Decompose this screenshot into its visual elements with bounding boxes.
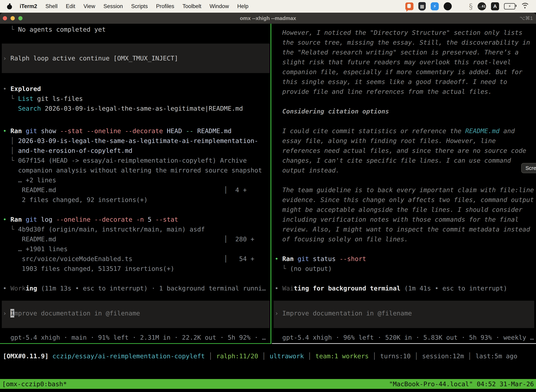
thinking-text: including verification notes with those … (275, 215, 519, 224)
prompt-input-line: › Improve documentation in @filename (275, 308, 412, 318)
terminal-line: 2 files changed, 92 insertions(+) (3, 195, 148, 205)
thinking-text: changes, I can't cite specific file line… (275, 156, 511, 165)
screen: iTerm2ShellEditViewSessionScriptsProfile… (0, 0, 536, 392)
window-title: omx --xhigh --madmax (0, 15, 536, 21)
thinking-text: evidence. Since this change only affects… (275, 195, 534, 205)
terminal-line: └ 4b9d30f (origin/main, instructkr/main,… (3, 224, 205, 234)
menu-item-profiles[interactable]: Profiles (156, 3, 174, 9)
right-pane-rule (272, 343, 536, 344)
apple-menu-icon[interactable] (7, 3, 12, 9)
menu-item-iterm2[interactable]: iTerm2 (20, 3, 37, 9)
agents-status-line: └ No agents completed yet (3, 25, 106, 34)
terminal-line: │ and-the-erosion-of-copyleft.md (3, 146, 132, 156)
a-badge-icon[interactable]: A (491, 2, 499, 10)
menu-item-shell[interactable]: Shell (45, 3, 57, 9)
waiting-indicator: • Waiting for background terminal (1m 41… (275, 284, 507, 293)
model-status-line: gpt-5.4 xhigh · 96% left · 520K in · 5.8… (275, 333, 534, 342)
thinking-text: this single essay, it seems like a good … (275, 77, 507, 87)
terminal-line: … +2 lines (3, 175, 56, 185)
window-title-bar: omx --xhigh --madmax ⌥⌘1 (0, 13, 536, 24)
window-shortcut-badge: ⌥⌘1 (519, 15, 533, 21)
explored-header: • Explored (3, 84, 41, 94)
thinking-text: the "Related research writing" section i… (275, 47, 519, 57)
window-controls (3, 13, 23, 24)
terminal-line: └ (no output) (275, 264, 332, 274)
menu-item-view[interactable]: View (84, 3, 95, 9)
minimize-button[interactable] (10, 16, 15, 20)
tmux-status-bar: [omx-cczip0:bash* "MacBook-Pro-44.local"… (0, 379, 536, 389)
ran-git-show: • Ran git show --stat --oneline --decora… (3, 126, 232, 136)
thinking-text: might be acceptable alongside the file l… (275, 205, 522, 215)
menu-item-window[interactable]: Window (210, 3, 229, 9)
chat-icon[interactable] (405, 2, 413, 10)
overlay-label: Scre (526, 165, 536, 171)
ran-git-log: • Ran git log --oneline --decorate -n 5 … (3, 215, 178, 224)
screen-share-overlay[interactable]: Scre (521, 163, 536, 173)
battery-icon[interactable]: ⚡ (504, 3, 515, 9)
menu-items: iTerm2ShellEditViewSessionScriptsProfile… (20, 3, 249, 9)
menu-item-session[interactable]: Session (103, 3, 123, 9)
thinking-text: slight risk that future readers may over… (275, 57, 511, 67)
pane-divider[interactable] (270, 24, 271, 344)
thinking-text: I could cite commit statistics or refere… (275, 126, 515, 136)
terminal-line: companion analysis without altering the … (3, 165, 262, 175)
squiggle-icon[interactable]: § (469, 2, 473, 11)
working-indicator: • Working (11m 13s • esc to interrupt) ·… (3, 284, 266, 293)
thinking-text: The team guideline is to back every impo… (275, 185, 534, 195)
terminal-line: README.md │ 280 + (3, 234, 254, 244)
thinking-text: provide file and line references from th… (275, 87, 492, 97)
left-pane-rule (0, 343, 271, 344)
thinking-text: companion file, especially if more comme… (275, 67, 522, 77)
tmux-host-clock: "MacBook-Pro-44.local" 04:52 31-Mar-26 (389, 380, 534, 387)
model-status-line: gpt-5.4 xhigh · main · 91% left · 2.31M … (3, 333, 266, 342)
tmux-session-label: [omx-cczip0:bash* (2, 380, 67, 387)
ran-git-status: • Ran git status --short (275, 254, 366, 264)
terminal-line: │ 2026-03-09-is-legal-the-same-as-legiti… (3, 136, 258, 146)
menubar-status-icons: ▦ ⚡ § ..61 A ⚡ (405, 2, 531, 11)
thinking-text: of focusing solely on file lines. (275, 234, 408, 244)
thinking-text: However, I noticed the "Directory Struct… (275, 28, 522, 37)
terminal-line: … +1901 lines (3, 244, 67, 254)
thinking-text: output instead. (275, 165, 340, 175)
terminal-line: src/voice/voiceModeEnabled.ts │ 54 + (3, 254, 254, 264)
battery-percent-icon[interactable]: ..61 (478, 2, 486, 10)
menu-item-edit[interactable]: Edit (66, 3, 75, 9)
thinking-text: references need actual files, and since … (275, 146, 526, 156)
terminal-line: └ 067f154 (HEAD -> essay/ai-reimplementa… (3, 156, 247, 165)
explored-list-line: └ List git ls-files (3, 94, 83, 104)
explored-search-line: Search 2026-03-09-is-legal-the-same-as-l… (3, 104, 243, 113)
thinking-text: essay file, along with finding root file… (275, 136, 496, 146)
bolt-badge-icon[interactable]: ⚡ (431, 2, 439, 10)
omx-status-line: [OMX#0.11.9] cczip/essay/ai-reimplementa… (3, 351, 517, 361)
menu-item-toolbelt[interactable]: Toolbelt (182, 3, 201, 9)
zoom-button[interactable] (18, 16, 23, 20)
menu-item-scripts[interactable]: Scripts (131, 3, 148, 9)
shield-icon[interactable]: ▦ (418, 2, 426, 10)
menu-bar: iTerm2ShellEditViewSessionScriptsProfile… (0, 0, 536, 13)
thinking-text: review. Also, I might want to inspect th… (275, 224, 530, 234)
moon-icon[interactable] (444, 2, 452, 10)
ralph-loop-line: › Ralph loop active continue [OMX_TMUX_I… (3, 53, 178, 63)
dots-grid-icon[interactable] (457, 3, 464, 10)
terminal-line: README.md │ 4 + (3, 185, 247, 195)
thinking-heading: Considering citation options (275, 107, 389, 116)
close-button[interactable] (3, 16, 7, 20)
menu-item-help[interactable]: Help (237, 3, 249, 9)
terminal-line: 1903 files changed, 513517 insertions(+) (3, 264, 174, 274)
wifi-icon[interactable] (520, 2, 530, 10)
prompt-input-line: › Improve documentation in @filename (3, 308, 140, 318)
thinking-text: the source tree, missing the essay. Stil… (275, 37, 530, 47)
